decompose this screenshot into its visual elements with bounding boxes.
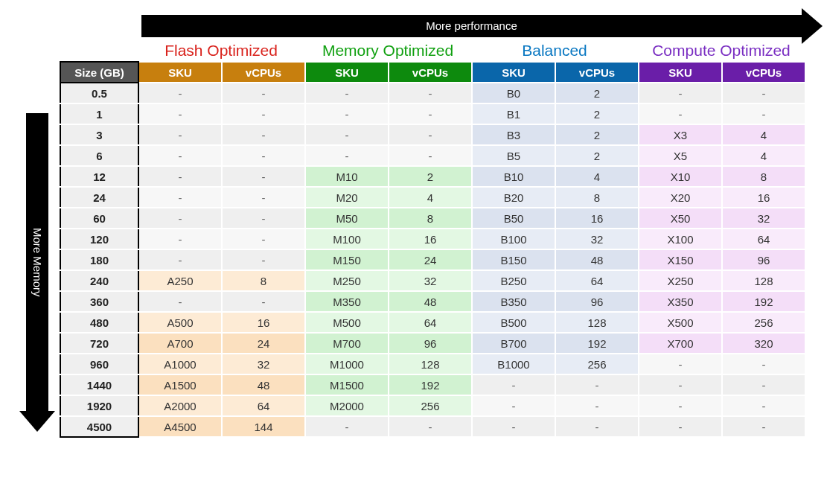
memory-vcpu-cell: 128	[389, 354, 472, 374]
compute-sku-cell: X20	[639, 187, 722, 208]
table-header-row: Size (GB) SKU vCPUs SKU vCPUs SKU vCPUs …	[60, 62, 805, 83]
table-row: 960A100032M1000128B1000256--	[60, 354, 805, 374]
balanced-sku-cell: B0	[472, 83, 555, 103]
size-cell: 1440	[60, 374, 138, 395]
compute-sku-cell: -	[639, 416, 722, 437]
table-row: 12--M102B104X108	[60, 166, 805, 187]
size-cell: 0.5	[60, 83, 138, 103]
flash-vcpu-cell: 16	[222, 312, 305, 333]
flash-vcpu-cell: 32	[222, 354, 305, 374]
flash-vcpu-cell: 24	[222, 333, 305, 354]
memory-sku-cell: M500	[305, 312, 389, 333]
size-cell: 240	[60, 270, 138, 291]
memory-arrow: More Memory	[26, 113, 48, 411]
size-cell: 24	[60, 187, 138, 208]
flash-sku-cell: -	[138, 166, 222, 187]
col-balanced-vcpu: vCPUs	[555, 62, 639, 83]
compute-vcpu-cell: 128	[722, 270, 805, 291]
table-row: 180--M15024B15048X15096	[60, 249, 805, 270]
category-compute: Compute Optimized	[638, 42, 805, 60]
col-memory-vcpu: vCPUs	[389, 62, 472, 83]
table-row: 0.5----B02--	[60, 83, 805, 103]
flash-vcpu-cell: -	[222, 124, 305, 145]
col-flash-vcpu: vCPUs	[222, 62, 305, 83]
performance-axis: More performance	[60, 15, 809, 37]
balanced-vcpu-cell: 256	[555, 354, 639, 374]
memory-vcpu-cell: -	[389, 145, 472, 166]
size-cell: 12	[60, 166, 138, 187]
table-row: 6----B52X54	[60, 145, 805, 166]
balanced-sku-cell: -	[472, 416, 555, 437]
compute-vcpu-cell: 192	[722, 291, 805, 312]
compute-sku-cell: X10	[639, 166, 722, 187]
compute-sku-cell: -	[639, 103, 722, 124]
balanced-vcpu-cell: -	[555, 416, 639, 437]
flash-sku-cell: A1000	[138, 354, 222, 374]
size-cell: 3	[60, 124, 138, 145]
size-cell: 960	[60, 354, 138, 374]
table-row: 24--M204B208X2016	[60, 187, 805, 208]
memory-vcpu-cell: 16	[389, 229, 472, 249]
memory-sku-cell: M1500	[305, 374, 389, 395]
compute-sku-cell: -	[639, 374, 722, 395]
flash-vcpu-cell: -	[222, 166, 305, 187]
flash-sku-cell: -	[138, 229, 222, 249]
balanced-vcpu-cell: 128	[555, 312, 639, 333]
balanced-vcpu-cell: 2	[555, 124, 639, 145]
compute-vcpu-cell: 4	[722, 145, 805, 166]
flash-sku-cell: -	[138, 103, 222, 124]
flash-sku-cell: -	[138, 145, 222, 166]
memory-sku-cell: -	[305, 124, 389, 145]
memory-sku-cell: M50	[305, 208, 389, 229]
col-memory-sku: SKU	[305, 62, 389, 83]
memory-sku-cell: M350	[305, 291, 389, 312]
compute-vcpu-cell: -	[722, 354, 805, 374]
memory-vcpu-cell: 8	[389, 208, 472, 229]
size-cell: 480	[60, 312, 138, 333]
size-cell: 360	[60, 291, 138, 312]
balanced-sku-cell: B1	[472, 103, 555, 124]
compute-sku-cell: X350	[639, 291, 722, 312]
size-cell: 180	[60, 249, 138, 270]
memory-vcpu-cell: 4	[389, 187, 472, 208]
memory-sku-cell: M20	[305, 187, 389, 208]
table-row: 480A50016M50064B500128X500256	[60, 312, 805, 333]
table-row: 4500A4500144------	[60, 416, 805, 437]
balanced-sku-cell: B10	[472, 166, 555, 187]
balanced-sku-cell: -	[472, 374, 555, 395]
size-cell: 1	[60, 103, 138, 124]
flash-sku-cell: -	[138, 83, 222, 103]
flash-sku-cell: A500	[138, 312, 222, 333]
memory-sku-cell: -	[305, 103, 389, 124]
col-compute-sku: SKU	[639, 62, 722, 83]
category-balanced: Balanced	[471, 42, 638, 60]
table-row: 1440A150048M1500192----	[60, 374, 805, 395]
balanced-vcpu-cell: 96	[555, 291, 639, 312]
balanced-sku-cell: B3	[472, 124, 555, 145]
flash-vcpu-cell: -	[222, 229, 305, 249]
memory-sku-cell: M700	[305, 333, 389, 354]
col-size: Size (GB)	[60, 62, 138, 83]
balanced-sku-cell: B250	[472, 270, 555, 291]
balanced-sku-cell: -	[472, 395, 555, 416]
col-flash-sku: SKU	[138, 62, 222, 83]
compute-vcpu-cell: 4	[722, 124, 805, 145]
flash-vcpu-cell: -	[222, 187, 305, 208]
balanced-vcpu-cell: 2	[555, 83, 639, 103]
size-cell: 4500	[60, 416, 138, 437]
category-header-row: Flash Optimized Memory Optimized Balance…	[60, 42, 809, 60]
memory-vcpu-cell: -	[389, 124, 472, 145]
flash-vcpu-cell: -	[222, 103, 305, 124]
sku-table-wrap: Size (GB) SKU vCPUs SKU vCPUs SKU vCPUs …	[60, 61, 809, 438]
flash-vcpu-cell: 64	[222, 395, 305, 416]
size-cell: 720	[60, 333, 138, 354]
compute-vcpu-cell: -	[722, 395, 805, 416]
flash-sku-cell: A4500	[138, 416, 222, 437]
memory-sku-cell: M100	[305, 229, 389, 249]
performance-label: More performance	[426, 19, 517, 32]
memory-axis: More Memory	[15, 61, 60, 463]
table-row: 240A2508M25032B25064X250128	[60, 270, 805, 291]
table-row: 120--M10016B10032X10064	[60, 229, 805, 249]
compute-sku-cell: -	[639, 395, 722, 416]
flash-sku-cell: A700	[138, 333, 222, 354]
